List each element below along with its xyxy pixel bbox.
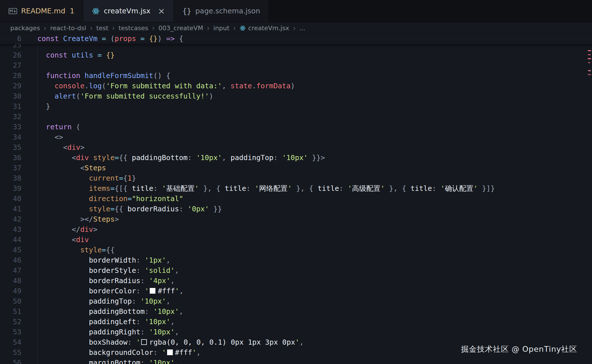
tab-schema[interactable]: {} page.schema.json	[174, 0, 269, 22]
breadcrumb: packages›react-to-dsl›test›testcases›003…	[0, 23, 592, 34]
line-number[interactable]: 46	[0, 255, 21, 265]
line-number[interactable]: 6	[0, 34, 21, 44]
code-text: style={{ borderRadius: '0px' }}	[37, 204, 222, 214]
line-number[interactable]: 49	[0, 286, 21, 296]
sticky-scroll-line[interactable]: 6const CreateVm = (props = {}) => {	[0, 34, 592, 44]
minimap[interactable]	[587, 34, 592, 364]
code-text: <div>	[37, 142, 85, 153]
close-icon[interactable]: ×	[158, 7, 165, 15]
line-number[interactable]: 34	[0, 132, 21, 142]
line-number[interactable]: 47	[0, 265, 21, 276]
line-number[interactable]: 35	[0, 142, 21, 153]
code-line[interactable]: 40 direction="horizontal"	[0, 194, 592, 204]
code-line[interactable]: 39 items={[{ title: '基础配置' }, { title: '…	[0, 183, 592, 194]
code-line[interactable]: 41 style={{ borderRadius: '0px' }}	[0, 204, 592, 214]
line-number[interactable]: 37	[0, 163, 21, 173]
line-number[interactable]: 31	[0, 101, 21, 112]
chevron-right-icon: ›	[293, 24, 296, 32]
react-icon	[240, 25, 246, 31]
line-number[interactable]: 56	[0, 358, 21, 364]
tab-label: createVm.jsx	[104, 7, 151, 15]
line-number[interactable]: 36	[0, 153, 21, 163]
line-number[interactable]: 26	[0, 50, 21, 60]
code-text: boxShadow: 'rgba(0, 0, 0, 0.1) 0px 1px 3…	[37, 337, 304, 347]
code-line[interactable]: 44 <div	[0, 235, 592, 245]
code-line[interactable]: 45 style={{	[0, 245, 592, 255]
line-number[interactable]: 27	[0, 60, 21, 71]
code-line[interactable]: 49 borderColor: '#fff',	[0, 286, 592, 296]
code-line[interactable]: 36 <div style={{ paddingBottom: '10px', …	[0, 153, 592, 163]
line-number[interactable]: 41	[0, 204, 21, 214]
breadcrumb-item[interactable]: 003_createVM	[159, 24, 203, 32]
json-icon: {}	[183, 7, 191, 15]
code-line[interactable]: 30 alert('Form submitted successfully!')	[0, 91, 592, 101]
line-number[interactable]: 45	[0, 245, 21, 255]
code-line[interactable]: 37 <Steps	[0, 163, 592, 173]
tab-readme[interactable]: README.md 1	[0, 0, 83, 22]
code-line[interactable]: 34 <>	[0, 132, 592, 142]
color-swatch-outline[interactable]	[141, 339, 147, 345]
code-line[interactable]: 29 console.log('Form submitted with data…	[0, 81, 592, 91]
code-line[interactable]: 6const CreateVm = (props = {}) => {	[0, 34, 592, 44]
code-line[interactable]: 46 borderWidth: '1px',	[0, 255, 592, 265]
breadcrumb-item[interactable]: packages	[10, 24, 40, 32]
code-line[interactable]: 48 borderRadius: '4px',	[0, 276, 592, 286]
chevron-right-icon: ›	[233, 24, 236, 32]
line-number[interactable]: 28	[0, 71, 21, 81]
breadcrumb-item[interactable]: test	[96, 24, 108, 32]
breadcrumb-item[interactable]: input	[213, 24, 230, 32]
line-number[interactable]: 39	[0, 183, 21, 194]
chevron-right-icon: ›	[44, 24, 46, 32]
line-number[interactable]: 33	[0, 122, 21, 132]
line-number[interactable]: 38	[0, 173, 21, 183]
code-line[interactable]: 33 return (	[0, 122, 592, 132]
code-line[interactable]: 38 current={1}	[0, 173, 592, 183]
code-line[interactable]: 43 </div>	[0, 224, 592, 235]
line-number[interactable]: 50	[0, 296, 21, 306]
line-number[interactable]: 54	[0, 337, 21, 347]
code-line[interactable]: 32	[0, 112, 592, 122]
code-line[interactable]: 50 paddingTop: '10px',	[0, 296, 592, 306]
code-line[interactable]: 27	[0, 60, 592, 71]
code-line[interactable]: 52 paddingLeft: '10px',	[0, 317, 592, 327]
line-number[interactable]: 53	[0, 327, 21, 337]
tab-createvm[interactable]: createVm.jsx ×	[83, 0, 174, 22]
code-line[interactable]: 42 ></Steps>	[0, 214, 592, 224]
breadcrumb-item[interactable]: ...	[299, 24, 305, 32]
code-line[interactable]: 26 const utils = {}	[0, 50, 592, 60]
code-text: }	[37, 101, 50, 112]
code-text: paddingTop: '10px',	[37, 296, 171, 306]
line-number[interactable]: 42	[0, 214, 21, 224]
line-number[interactable]: 44	[0, 235, 21, 245]
line-number[interactable]: 52	[0, 317, 21, 327]
breadcrumb-item[interactable]: react-to-dsl	[50, 24, 86, 32]
code-line[interactable]: 56 marginBottom: '10px',	[0, 358, 592, 364]
line-number[interactable]: 40	[0, 194, 21, 204]
color-swatch-filled[interactable]	[167, 349, 173, 355]
code-text: borderStyle: 'solid',	[37, 265, 179, 276]
code-text: <div style={{ paddingBottom: '10px', pad…	[37, 153, 325, 163]
code-text: paddingLeft: '10px',	[37, 317, 175, 327]
code-line[interactable]: 51 paddingBottom: '10px',	[0, 306, 592, 317]
markdown-icon	[9, 8, 17, 14]
code-line[interactable]: 31 }	[0, 101, 592, 112]
code-text: current={1}	[37, 173, 136, 183]
code-line[interactable]: 47 borderStyle: 'solid',	[0, 265, 592, 276]
line-number[interactable]: 32	[0, 112, 21, 122]
line-number[interactable]: 48	[0, 276, 21, 286]
code-text: style={{	[37, 245, 115, 255]
breadcrumb-item[interactable]: testcases	[119, 24, 148, 32]
code-text: borderWidth: '1px',	[37, 255, 171, 265]
code-line[interactable]: 28 function handleFormSubmit() {	[0, 71, 592, 81]
code-line[interactable]: 53 paddingRight: '10px',	[0, 327, 592, 337]
line-number[interactable]: 30	[0, 91, 21, 101]
line-number[interactable]: 51	[0, 306, 21, 317]
color-swatch-filled[interactable]	[150, 288, 155, 294]
breadcrumb-item[interactable]: createVm.jsx	[240, 24, 289, 32]
code-text: <Steps	[37, 163, 106, 173]
line-number[interactable]: 29	[0, 81, 21, 91]
line-number[interactable]: 43	[0, 224, 21, 235]
code-line[interactable]: 35 <div>	[0, 142, 592, 153]
line-number[interactable]: 55	[0, 347, 21, 358]
code-area[interactable]: 2526 const utils = {}2728 function handl…	[0, 40, 592, 364]
